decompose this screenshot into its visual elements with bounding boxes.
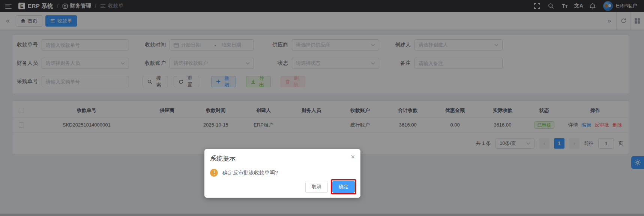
dialog-message: 确定反审批该收款单吗?: [222, 170, 278, 176]
confirm-button[interactable]: 确定: [332, 181, 355, 193]
warning-icon: [210, 169, 218, 177]
dialog-title: 系统提示: [210, 154, 355, 163]
cancel-button[interactable]: 取消: [305, 181, 328, 193]
erp-app-window: E ERP 系统 / 财务管理 / 收款单 Tт 文A ERP租户: [0, 0, 644, 216]
confirm-dialog: 系统提示 × 确定反审批该收款单吗? 取消 确定: [204, 149, 360, 198]
close-icon[interactable]: ×: [351, 153, 355, 160]
